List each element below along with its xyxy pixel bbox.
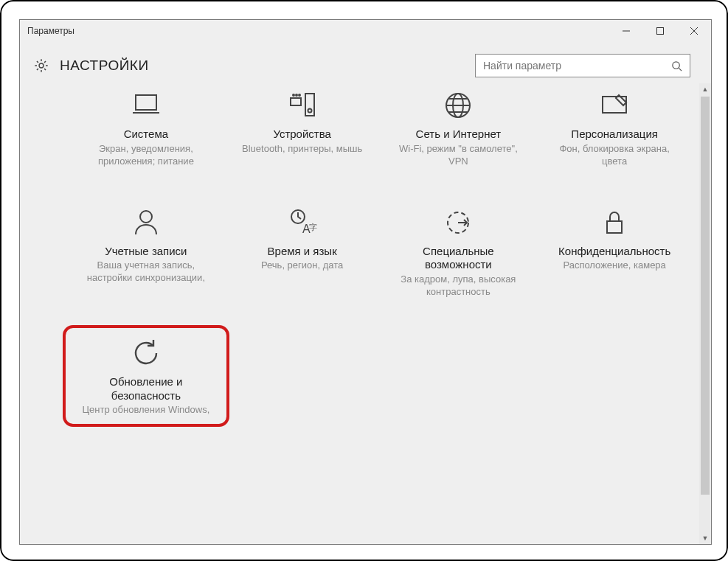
svg-point-12: [293, 94, 294, 96]
tile-desc: Центр обновления Windows,: [82, 404, 209, 417]
page-title: НАСТРОЙКИ: [60, 58, 149, 74]
accessibility-icon: [440, 205, 476, 240]
tile-title: Система: [124, 128, 168, 142]
tile-desc: Фон, блокировка экрана, цвета: [548, 143, 681, 168]
svg-rect-9: [291, 98, 301, 105]
tiles-grid: Система Экран, уведомления, приложения; …: [72, 88, 689, 417]
tile-title: Время и язык: [268, 245, 337, 259]
tile-title: Конфиденциальность: [558, 245, 670, 259]
scroll-down-icon[interactable]: ▼: [699, 532, 711, 544]
search-input[interactable]: [483, 60, 671, 72]
search-icon: [671, 60, 682, 72]
tile-personalization[interactable]: Персонализация Фон, блокировка экрана, ц…: [544, 88, 684, 168]
tile-title: Учетные записи: [105, 245, 187, 259]
tile-title: Сеть и Интернет: [416, 128, 502, 142]
laptop-icon: [128, 88, 164, 123]
tile-ease-of-access[interactable]: Специальные возможности За кадром, лупа,…: [388, 205, 528, 299]
svg-point-11: [308, 109, 311, 113]
window-title: Параметры: [27, 26, 74, 36]
tile-devices[interactable]: Устройства Bluetooth, принтеры, мышь: [232, 88, 372, 168]
svg-point-4: [39, 63, 44, 68]
lock-icon: [597, 205, 632, 240]
svg-point-14: [299, 94, 300, 96]
svg-line-6: [679, 68, 682, 71]
close-button[interactable]: [677, 20, 711, 42]
tile-time-language[interactable]: A 字 Время и язык Речь, регион, дата: [232, 205, 372, 299]
person-icon: [128, 205, 164, 240]
svg-point-5: [673, 61, 679, 68]
tile-title: Устройства: [273, 128, 330, 142]
svg-rect-7: [136, 95, 156, 110]
svg-rect-1: [657, 28, 664, 35]
tile-desc: Расположение, камера: [563, 259, 665, 272]
tile-desc: Bluetooth, принтеры, мышь: [242, 143, 362, 156]
paint-icon: [597, 88, 632, 123]
titlebar: Параметры: [20, 20, 711, 42]
svg-text:字: 字: [309, 223, 317, 231]
tile-desc: За кадром, лупа, высокая контрастность: [392, 273, 524, 299]
svg-point-13: [296, 94, 297, 96]
search-box[interactable]: [475, 54, 690, 77]
header: НАСТРОЙКИ: [20, 42, 711, 83]
tile-desc: Wi-Fi, режим "в самолете", VPN: [392, 143, 524, 168]
tile-title: Специальные возможности: [388, 245, 528, 273]
svg-point-19: [140, 211, 152, 223]
time-language-icon: A 字: [285, 205, 320, 240]
tile-network[interactable]: Сеть и Интернет Wi-Fi, режим "в самолете…: [388, 88, 528, 168]
tile-desc: Экран, уведомления, приложения; питание: [80, 143, 212, 168]
maximize-button[interactable]: [643, 20, 677, 42]
globe-icon: [440, 88, 476, 123]
tile-privacy[interactable]: Конфиденциальность Расположение, камера: [544, 205, 684, 299]
tile-desc: Ваша учетная запись, настройки синхрониз…: [80, 259, 212, 285]
settings-window: Параметры НАСТРОЙКИ: [19, 19, 712, 545]
svg-rect-24: [607, 221, 622, 233]
update-icon: [128, 335, 164, 371]
tile-system[interactable]: Система Экран, уведомления, приложения; …: [76, 88, 216, 168]
tile-title: Персонализация: [571, 128, 658, 142]
tile-accounts[interactable]: Учетные записи Ваша учетная запись, наст…: [76, 205, 216, 299]
tile-desc: Речь, регион, дата: [261, 259, 343, 272]
scroll-up-icon[interactable]: ▲: [699, 83, 711, 95]
gear-icon: [33, 58, 49, 74]
minimize-button[interactable]: [609, 20, 643, 42]
content-area: Система Экран, уведомления, приложения; …: [20, 83, 711, 544]
scrollbar[interactable]: ▲ ▼: [699, 83, 711, 544]
scroll-thumb[interactable]: [701, 97, 710, 495]
tile-update-security[interactable]: Обновление и безопасность Центр обновлен…: [76, 335, 216, 417]
tile-title: Обновление и безопасность: [76, 375, 216, 403]
devices-icon: [285, 88, 320, 123]
